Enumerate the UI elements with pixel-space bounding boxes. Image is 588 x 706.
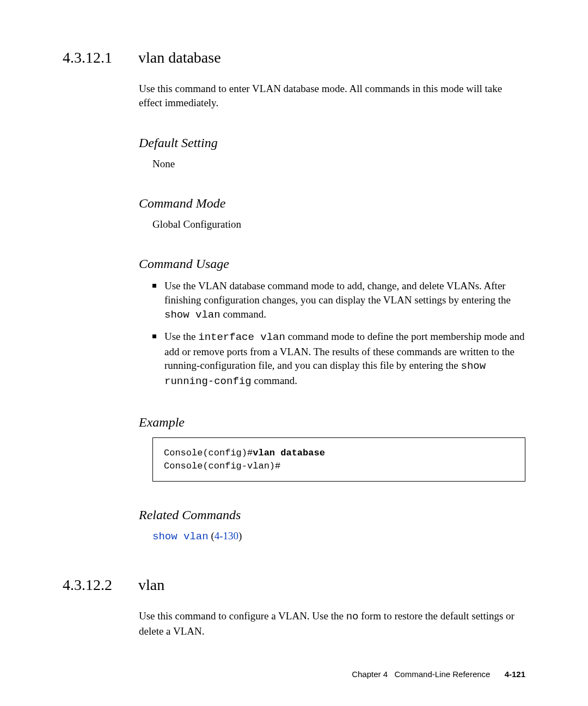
command-usage-list: Use the VLAN database command mode to ad… [152,279,525,388]
list-item: Use the VLAN database command mode to ad… [152,279,525,322]
footer-chapter: Chapter 4 [352,670,388,679]
console-output: Console(config-vlan)# [164,461,280,471]
default-setting-value: None [152,158,525,170]
section-number: 4.3.12.2 [63,576,112,594]
text-run: command. [220,308,266,320]
console-command: vlan database [253,448,325,458]
text-run: command. [252,375,297,386]
text-run: ) [238,530,242,541]
related-command-link[interactable]: show vlan [152,531,209,543]
subheading-example: Example [139,415,525,430]
intro-paragraph-2: Use this command to configure a VLAN. Us… [139,609,525,638]
footer-title [390,670,394,679]
code-run: no [346,611,359,623]
section-title: vlan database [138,49,221,66]
page-reference-link[interactable]: 4-130 [215,530,238,541]
section-title: vlan [138,576,164,594]
list-item: Use the interface vlan command mode to d… [152,330,525,389]
related-command-line: show vlan (4-130) [152,530,525,543]
footer-title-text: Command-Line Reference [395,670,491,679]
subheading-command-mode: Command Mode [139,196,525,211]
example-code-block: Console(config)#vlan database Console(co… [152,437,525,482]
page-footer: Chapter 4 Command-Line Reference 4-121 [352,670,525,679]
text-run: Use the [164,331,198,342]
heading-vlan-database: 4.3.12.1 vlan database [63,49,525,66]
console-prompt: Console(config)# [164,448,253,458]
footer-page-number: 4-121 [505,670,525,679]
page: 4.3.12.1 vlan database Use this command … [0,0,588,706]
code-run: interface vlan [198,331,285,343]
code-run: show vlan [164,309,220,321]
subheading-command-usage: Command Usage [139,257,525,271]
heading-vlan: 4.3.12.2 vlan [63,576,525,594]
text-run: Use the VLAN database command mode to ad… [164,280,511,306]
text-run: Use this command to configure a VLAN. Us… [139,610,346,622]
subheading-related-commands: Related Commands [139,508,525,522]
subheading-default-setting: Default Setting [139,136,525,150]
section-number: 4.3.12.1 [63,49,112,66]
command-mode-value: Global Configuration [152,218,525,230]
intro-paragraph-1: Use this command to enter VLAN database … [139,82,525,109]
